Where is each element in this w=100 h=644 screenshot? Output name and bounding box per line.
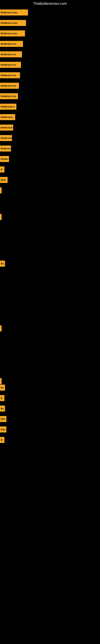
bar-row-19: Bo: [0, 258, 100, 269]
bar-row-4: Bottleneck res: [0, 49, 100, 59]
bar-row-11: Bottleneck r: [0, 122, 100, 132]
bar-row-10: Bottleneck r: [0, 112, 100, 122]
bottleneck-bar-4: Bottleneck res: [0, 51, 22, 57]
bar-row-21: [0, 376, 100, 382]
bottleneck-bar-7: Bottleneck res: [0, 83, 19, 89]
bottleneck-bar-2: Bottleneck resu: [0, 30, 25, 36]
spacer-1: [0, 192, 100, 212]
bottleneck-bar-17: [0, 187, 1, 194]
bar-row-27: B: [0, 435, 100, 445]
bar-row-1: Bottleneck resu: [0, 18, 100, 28]
spacer-4: [0, 330, 100, 376]
bar-row-5: Bottleneck res: [0, 60, 100, 70]
bar-row-6: Bottleneck res: [0, 70, 100, 80]
bottleneck-bar-26: Bott: [0, 426, 6, 432]
spacer-2: [0, 218, 100, 258]
bar-row-24: Bo: [0, 404, 100, 414]
bottleneck-bar-22: Bo: [0, 384, 5, 391]
bar-row-0: Bottleneck resu: [0, 8, 100, 18]
bar-row-23: B: [0, 393, 100, 403]
bottleneck-bar-10: Bottleneck r: [0, 114, 15, 120]
bar-row-3: Bottleneck res: [0, 39, 100, 49]
bottleneck-bar-8: Bottleneck res: [0, 93, 18, 99]
bar-row-8: Bottleneck res: [0, 91, 100, 101]
bar-row-26: Bott: [0, 424, 100, 434]
bottleneck-bar-27: B: [0, 437, 4, 443]
bar-row-9: Bottleneck re: [0, 102, 100, 112]
bar-row-2: Bottleneck resu: [0, 28, 100, 38]
bottleneck-bar-6: Bottleneck res: [0, 72, 20, 78]
bottleneck-bar-14: Bottlen: [0, 156, 9, 162]
bottleneck-bar-18: [0, 214, 1, 220]
bar-row-22: Bo: [0, 382, 100, 393]
bar-row-20: [0, 324, 100, 330]
bar-row-16: Bottl: [0, 175, 100, 185]
bottleneck-bar-12: Bottleneck r: [0, 135, 12, 141]
bar-row-12: Bottleneck r: [0, 133, 100, 143]
bar-row-25: Bott: [0, 414, 100, 424]
bar-row-7: Bottleneck res: [0, 81, 100, 91]
bar-row-15: B: [0, 164, 100, 174]
bar-row-13: Bottleneck r: [0, 144, 100, 154]
bottleneck-bar-3: Bottleneck res: [0, 41, 23, 47]
bottleneck-bar-19: Bo: [0, 260, 5, 267]
bar-row-17: [0, 185, 100, 192]
bottleneck-bar-5: Bottleneck res: [0, 62, 21, 68]
bottleneck-bar-13: Bottleneck r: [0, 146, 11, 152]
bottleneck-bar-9: Bottleneck re: [0, 104, 16, 110]
bottleneck-bar-24: Bo: [0, 406, 5, 412]
spacer-3: [0, 269, 100, 324]
bottleneck-bar-11: Bottleneck r: [0, 124, 13, 130]
bottleneck-bar-23: B: [0, 395, 4, 401]
bottleneck-bar-20: [0, 326, 1, 332]
bar-row-14: Bottlen: [0, 154, 100, 164]
bottleneck-bar-15: B: [0, 166, 4, 172]
bottleneck-bar-16: Bottl: [0, 177, 8, 183]
bottleneck-bar-0: Bottleneck resu: [0, 10, 28, 16]
page-title: TheBottlenecker.com: [0, 0, 100, 8]
bar-row-18: [0, 212, 100, 218]
bottleneck-bar-25: Bott: [0, 416, 6, 422]
bottleneck-bar-1: Bottleneck resu: [0, 20, 26, 26]
